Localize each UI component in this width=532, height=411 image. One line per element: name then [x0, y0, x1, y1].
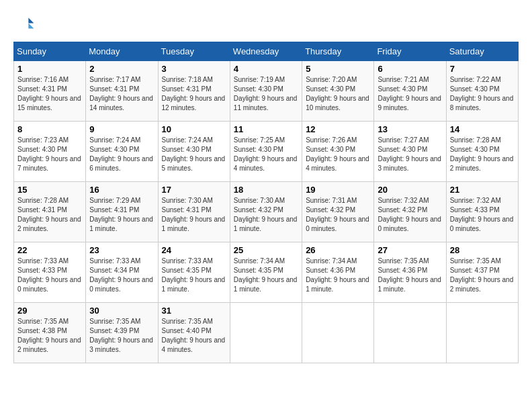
day-number: 15 [17, 185, 82, 195]
day-info: Sunrise: 7:32 AM Sunset: 4:32 PM Dayligh… [378, 196, 442, 234]
day-info: Sunrise: 7:30 AM Sunset: 4:31 PM Dayligh… [162, 196, 226, 234]
day-number: 23 [89, 245, 154, 255]
calendar-cell: 11 Sunrise: 7:25 AM Sunset: 4:30 PM Dayl… [230, 122, 302, 182]
calendar-cell: 27 Sunrise: 7:35 AM Sunset: 4:36 PM Dayl… [374, 242, 446, 303]
day-info: Sunrise: 7:25 AM Sunset: 4:30 PM Dayligh… [234, 136, 298, 173]
day-info: Sunrise: 7:29 AM Sunset: 4:31 PM Dayligh… [89, 196, 154, 234]
calendar-week-4: 22 Sunrise: 7:33 AM Sunset: 4:33 PM Dayl… [14, 242, 519, 303]
calendar-cell: 21 Sunrise: 7:32 AM Sunset: 4:33 PM Dayl… [446, 182, 518, 242]
svg-marker-0 [28, 17, 34, 23]
day-number: 19 [306, 185, 370, 195]
calendar-cell: 18 Sunrise: 7:30 AM Sunset: 4:32 PM Dayl… [230, 182, 302, 242]
calendar-cell: 22 Sunrise: 7:33 AM Sunset: 4:33 PM Dayl… [14, 242, 86, 303]
day-number: 30 [89, 306, 154, 316]
day-number: 10 [162, 124, 226, 134]
calendar-week-5: 29 Sunrise: 7:35 AM Sunset: 4:38 PM Dayl… [14, 303, 519, 363]
day-info: Sunrise: 7:34 AM Sunset: 4:35 PM Dayligh… [234, 257, 298, 294]
day-info: Sunrise: 7:26 AM Sunset: 4:30 PM Dayligh… [306, 136, 370, 173]
header-row: SundayMondayTuesdayWednesdayThursdayFrid… [14, 42, 519, 61]
day-info: Sunrise: 7:22 AM Sunset: 4:30 PM Dayligh… [450, 75, 515, 113]
day-info: Sunrise: 7:35 AM Sunset: 4:36 PM Dayligh… [378, 257, 442, 294]
day-number: 9 [89, 124, 154, 134]
calendar-cell [230, 303, 302, 363]
calendar-cell: 7 Sunrise: 7:22 AM Sunset: 4:30 PM Dayli… [446, 61, 518, 122]
day-number: 12 [306, 124, 370, 134]
day-number: 24 [162, 245, 226, 255]
day-info: Sunrise: 7:35 AM Sunset: 4:40 PM Dayligh… [162, 317, 226, 355]
day-number: 13 [378, 124, 442, 134]
day-number: 8 [17, 124, 82, 134]
calendar-cell: 3 Sunrise: 7:18 AM Sunset: 4:31 PM Dayli… [158, 61, 230, 122]
calendar-cell: 17 Sunrise: 7:30 AM Sunset: 4:31 PM Dayl… [158, 182, 230, 242]
day-number: 20 [378, 185, 442, 195]
day-number: 7 [450, 64, 515, 74]
calendar-cell: 29 Sunrise: 7:35 AM Sunset: 4:38 PM Dayl… [14, 303, 86, 363]
day-number: 3 [162, 64, 226, 74]
day-info: Sunrise: 7:18 AM Sunset: 4:31 PM Dayligh… [162, 75, 226, 113]
day-info: Sunrise: 7:19 AM Sunset: 4:30 PM Dayligh… [234, 75, 298, 113]
day-info: Sunrise: 7:27 AM Sunset: 4:30 PM Dayligh… [378, 136, 442, 173]
col-header-thursday: Thursday [302, 42, 374, 61]
page-header [13, 13, 519, 35]
day-number: 14 [450, 124, 515, 134]
day-info: Sunrise: 7:23 AM Sunset: 4:30 PM Dayligh… [17, 136, 82, 173]
day-info: Sunrise: 7:20 AM Sunset: 4:30 PM Dayligh… [306, 75, 370, 113]
calendar-cell: 19 Sunrise: 7:31 AM Sunset: 4:32 PM Dayl… [302, 182, 374, 242]
calendar-cell [302, 303, 374, 363]
calendar-cell: 9 Sunrise: 7:24 AM Sunset: 4:30 PM Dayli… [86, 122, 158, 182]
day-info: Sunrise: 7:17 AM Sunset: 4:31 PM Dayligh… [89, 75, 154, 113]
day-number: 4 [234, 64, 298, 74]
day-number: 5 [306, 64, 370, 74]
calendar-cell: 4 Sunrise: 7:19 AM Sunset: 4:30 PM Dayli… [230, 61, 302, 122]
day-number: 2 [89, 64, 154, 74]
calendar-week-2: 8 Sunrise: 7:23 AM Sunset: 4:30 PM Dayli… [14, 122, 519, 182]
day-number: 28 [450, 245, 515, 255]
day-info: Sunrise: 7:33 AM Sunset: 4:33 PM Dayligh… [17, 257, 82, 294]
day-info: Sunrise: 7:31 AM Sunset: 4:32 PM Dayligh… [306, 196, 370, 234]
day-number: 1 [17, 64, 82, 74]
calendar-table: SundayMondayTuesdayWednesdayThursdayFrid… [13, 42, 519, 363]
day-info: Sunrise: 7:33 AM Sunset: 4:35 PM Dayligh… [162, 257, 226, 294]
day-info: Sunrise: 7:24 AM Sunset: 4:30 PM Dayligh… [89, 136, 154, 173]
day-info: Sunrise: 7:28 AM Sunset: 4:31 PM Dayligh… [17, 196, 82, 234]
col-header-tuesday: Tuesday [158, 42, 230, 61]
calendar-cell: 23 Sunrise: 7:33 AM Sunset: 4:34 PM Dayl… [86, 242, 158, 303]
calendar-cell: 6 Sunrise: 7:21 AM Sunset: 4:30 PM Dayli… [374, 61, 446, 122]
day-number: 18 [234, 185, 298, 195]
day-info: Sunrise: 7:24 AM Sunset: 4:30 PM Dayligh… [162, 136, 226, 173]
day-number: 22 [17, 245, 82, 255]
day-info: Sunrise: 7:28 AM Sunset: 4:30 PM Dayligh… [450, 136, 515, 173]
col-header-monday: Monday [86, 42, 158, 61]
day-number: 16 [89, 185, 154, 195]
logo-icon [13, 13, 35, 35]
day-info: Sunrise: 7:30 AM Sunset: 4:32 PM Dayligh… [234, 196, 298, 234]
day-info: Sunrise: 7:33 AM Sunset: 4:34 PM Dayligh… [89, 257, 154, 294]
calendar-cell [446, 303, 518, 363]
svg-marker-1 [28, 23, 34, 28]
day-number: 26 [306, 245, 370, 255]
col-header-wednesday: Wednesday [230, 42, 302, 61]
calendar-week-3: 15 Sunrise: 7:28 AM Sunset: 4:31 PM Dayl… [14, 182, 519, 242]
calendar-cell: 14 Sunrise: 7:28 AM Sunset: 4:30 PM Dayl… [446, 122, 518, 182]
day-info: Sunrise: 7:35 AM Sunset: 4:38 PM Dayligh… [17, 317, 82, 355]
calendar-cell: 26 Sunrise: 7:34 AM Sunset: 4:36 PM Dayl… [302, 242, 374, 303]
day-info: Sunrise: 7:21 AM Sunset: 4:30 PM Dayligh… [378, 75, 442, 113]
day-number: 6 [378, 64, 442, 74]
calendar-cell: 16 Sunrise: 7:29 AM Sunset: 4:31 PM Dayl… [86, 182, 158, 242]
logo [13, 13, 38, 35]
day-number: 27 [378, 245, 442, 255]
col-header-saturday: Saturday [446, 42, 518, 61]
calendar-cell: 2 Sunrise: 7:17 AM Sunset: 4:31 PM Dayli… [86, 61, 158, 122]
calendar-cell: 31 Sunrise: 7:35 AM Sunset: 4:40 PM Dayl… [158, 303, 230, 363]
day-number: 11 [234, 124, 298, 134]
day-info: Sunrise: 7:35 AM Sunset: 4:37 PM Dayligh… [450, 257, 515, 294]
calendar-cell: 28 Sunrise: 7:35 AM Sunset: 4:37 PM Dayl… [446, 242, 518, 303]
day-info: Sunrise: 7:35 AM Sunset: 4:39 PM Dayligh… [89, 317, 154, 355]
calendar-cell: 12 Sunrise: 7:26 AM Sunset: 4:30 PM Dayl… [302, 122, 374, 182]
calendar-cell: 30 Sunrise: 7:35 AM Sunset: 4:39 PM Dayl… [86, 303, 158, 363]
day-info: Sunrise: 7:16 AM Sunset: 4:31 PM Dayligh… [17, 75, 82, 113]
day-info: Sunrise: 7:32 AM Sunset: 4:33 PM Dayligh… [450, 196, 515, 234]
calendar-cell: 15 Sunrise: 7:28 AM Sunset: 4:31 PM Dayl… [14, 182, 86, 242]
calendar-cell: 8 Sunrise: 7:23 AM Sunset: 4:30 PM Dayli… [14, 122, 86, 182]
calendar-cell: 20 Sunrise: 7:32 AM Sunset: 4:32 PM Dayl… [374, 182, 446, 242]
